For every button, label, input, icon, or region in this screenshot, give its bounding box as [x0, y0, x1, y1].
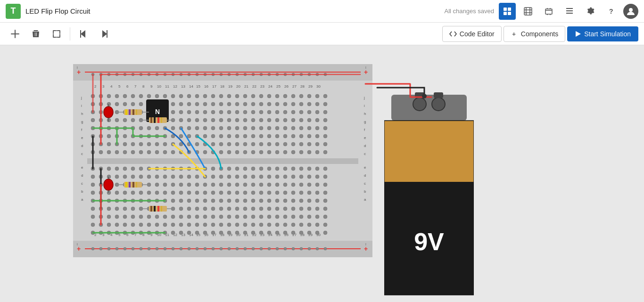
breadboard[interactable]: + + l l + + l l 2 3 4 5 6 7 8 9 10 11 12… — [73, 64, 372, 257]
component-view-btn[interactable] — [540, 3, 557, 20]
svg-point-593 — [259, 223, 263, 227]
svg-point-207 — [291, 110, 295, 114]
svg-point-180 — [315, 102, 319, 106]
svg-point-438 — [219, 183, 223, 187]
svg-point-542 — [91, 215, 95, 219]
svg-point-411 — [243, 175, 247, 179]
delete-btn[interactable] — [26, 24, 45, 43]
svg-point-501 — [243, 199, 247, 203]
svg-point-297 — [291, 134, 295, 138]
svg-point-623 — [259, 231, 263, 235]
prev-btn[interactable] — [74, 24, 93, 43]
svg-text:6: 6 — [126, 84, 129, 89]
svg-point-140 — [235, 94, 239, 98]
svg-point-540 — [315, 207, 319, 211]
svg-point-530 — [235, 207, 239, 211]
profile-avatar[interactable] — [623, 4, 638, 19]
svg-point-537 — [291, 207, 295, 211]
svg-point-682 — [252, 247, 255, 250]
svg-point-274 — [107, 134, 111, 138]
svg-point-451 — [323, 183, 327, 187]
canvas-area: + + l l + + l l 2 3 4 5 6 7 8 9 10 11 12… — [0, 45, 644, 302]
svg-point-507 — [291, 199, 295, 203]
svg-point-288 — [219, 134, 223, 138]
svg-point-262 — [251, 126, 255, 130]
svg-point-171 — [243, 102, 247, 106]
svg-point-548 — [139, 215, 143, 219]
svg-point-443 — [259, 183, 263, 187]
svg-text:7: 7 — [134, 84, 137, 89]
svg-point-379 — [227, 167, 231, 171]
code-editor-btn[interactable]: Code Editor — [442, 26, 502, 42]
svg-text:3: 3 — [102, 84, 105, 89]
svg-text:15: 15 — [196, 84, 200, 89]
svg-point-317 — [211, 142, 215, 146]
svg-point-192 — [171, 110, 175, 114]
svg-point-291 — [243, 134, 247, 138]
svg-point-336 — [123, 150, 127, 154]
app-logo: T — [6, 4, 21, 19]
next-btn[interactable] — [95, 24, 114, 43]
svg-text:d: d — [364, 144, 366, 148]
help-btn[interactable]: ? — [603, 3, 619, 20]
svg-point-163 — [179, 102, 183, 106]
svg-text:25: 25 — [276, 84, 281, 89]
svg-point-468 — [219, 191, 223, 195]
schematic-view-btn[interactable] — [499, 3, 516, 20]
svg-point-434 — [187, 183, 191, 187]
svg-point-558 — [219, 215, 223, 219]
svg-point-238 — [299, 118, 303, 122]
svg-point-497 — [211, 199, 215, 203]
svg-point-400 — [155, 175, 159, 179]
svg-point-460 — [155, 191, 159, 195]
pcb-view-btn[interactable] — [520, 3, 537, 20]
svg-point-204 — [267, 110, 271, 114]
svg-rect-743 — [434, 92, 443, 98]
add-btn[interactable] — [6, 24, 25, 43]
svg-text:N: N — [155, 108, 160, 115]
svg-point-500 — [235, 199, 239, 203]
svg-point-326 — [283, 142, 287, 146]
svg-point-283 — [179, 134, 183, 138]
svg-point-170 — [235, 102, 239, 106]
svg-point-563 — [259, 215, 263, 219]
svg-point-155 — [115, 102, 119, 106]
svg-point-616 — [203, 231, 207, 235]
svg-point-132 — [171, 94, 175, 98]
svg-text:8: 8 — [142, 84, 145, 89]
svg-point-464 — [187, 191, 191, 195]
svg-point-133 — [179, 94, 183, 98]
svg-point-614 — [187, 231, 191, 235]
svg-rect-4 — [524, 8, 532, 15]
settings-btn[interactable] — [582, 3, 599, 20]
svg-rect-722 — [154, 117, 156, 123]
svg-point-228 — [219, 118, 223, 122]
svg-point-508 — [299, 199, 303, 203]
bom-view-btn[interactable] — [561, 3, 578, 20]
svg-point-578 — [139, 223, 143, 227]
svg-rect-10 — [566, 8, 573, 9]
svg-point-327 — [291, 142, 295, 146]
start-simulation-btn[interactable]: Start Simulation — [567, 26, 638, 41]
svg-point-197 — [211, 110, 215, 114]
svg-point-675 — [196, 247, 198, 250]
svg-point-600 — [315, 223, 319, 227]
svg-point-591 — [243, 223, 247, 227]
components-btn[interactable]: + Components — [504, 26, 565, 42]
svg-point-580 — [155, 223, 159, 227]
svg-point-226 — [203, 118, 207, 122]
svg-point-174 — [267, 102, 271, 106]
resize-btn[interactable] — [47, 24, 66, 43]
svg-point-304 — [107, 142, 111, 146]
svg-point-514 — [107, 207, 111, 211]
svg-point-300 — [315, 134, 319, 138]
svg-point-340 — [155, 150, 159, 154]
svg-point-138 — [219, 94, 223, 98]
svg-point-364 — [107, 167, 111, 171]
svg-point-315 — [195, 142, 199, 146]
svg-point-554 — [187, 215, 191, 219]
svg-point-577 — [131, 223, 135, 227]
svg-text:i: i — [81, 104, 82, 108]
svg-point-324 — [267, 142, 271, 146]
svg-point-166 — [203, 102, 207, 106]
